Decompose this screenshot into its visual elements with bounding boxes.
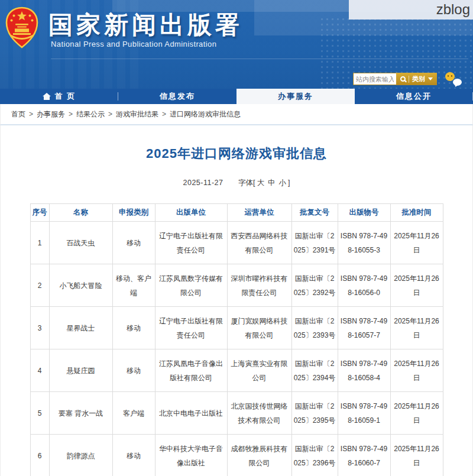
nav-item-home[interactable]: 首 页 bbox=[0, 89, 118, 104]
nav-item-information-release[interactable]: 信息发布 bbox=[118, 89, 237, 104]
font-size-large[interactable]: 大 bbox=[257, 179, 265, 187]
table-cell: 2 bbox=[30, 264, 49, 307]
table-cell: 2025年11月26日 bbox=[390, 435, 443, 476]
nav-label: 办事服务 bbox=[278, 91, 313, 102]
table-cell: 移动、客户端 bbox=[112, 264, 155, 307]
table-cell: ISBN 978-7-498-16059-1 bbox=[338, 392, 390, 435]
table-cell: 移动 bbox=[112, 435, 155, 476]
table-cell: 5 bbox=[30, 392, 49, 435]
table-cell: 辽宁电子出版社有限责任公司 bbox=[155, 222, 227, 264]
site-header: zblog 国家新闻出版署 National Press and Publica… bbox=[0, 0, 473, 89]
table-cell: 江苏凤凰电子音像出版社有限公司 bbox=[155, 349, 227, 392]
table-cell: 移动 bbox=[112, 349, 155, 392]
font-size-medium[interactable]: 中 bbox=[268, 179, 276, 187]
search-input[interactable] bbox=[353, 73, 396, 85]
table-cell: 2025年11月26日 bbox=[390, 307, 443, 349]
national-emblem-logo bbox=[5, 7, 38, 51]
chevron-down-icon[interactable] bbox=[428, 77, 433, 80]
table-row: 4悬疑庄园移动江苏凤凰电子音像出版社有限公司上海寅熹实业有限公司国新出审〔202… bbox=[30, 349, 443, 392]
table-cell: 深圳市曜祚科技有限责任公司 bbox=[227, 264, 291, 307]
approvals-table: 序号名称申报类别出版单位运营单位批复文号出版物号批准时间 1百战天虫移动辽宁电子… bbox=[30, 203, 443, 476]
divider bbox=[409, 76, 409, 83]
nav-label: 首 页 bbox=[55, 91, 76, 102]
table-cell: 华中科技大学电子音像出版社 bbox=[155, 435, 227, 476]
table-cell: 悬疑庄园 bbox=[49, 349, 112, 392]
table-cell: 1 bbox=[30, 222, 49, 264]
nav-label: 信息发布 bbox=[160, 91, 195, 102]
table-cell: 江苏凤凰数字传媒有限公司 bbox=[155, 264, 227, 307]
table-row: 5要塞 背水一战客户端北京中电电子出版社北京国技传世网络技术有限公司国新出审〔2… bbox=[30, 392, 443, 435]
table-cell: 百战天虫 bbox=[49, 222, 112, 264]
table-cell: 移动 bbox=[112, 307, 155, 349]
table-cell: 西安西品网络科技有限公司 bbox=[227, 222, 291, 264]
table-cell: ISBN 978-7-498-16058-4 bbox=[338, 349, 390, 392]
breadcrumb-separator: > bbox=[162, 110, 166, 118]
table-cell: 国新出审〔2025〕2393号 bbox=[291, 307, 338, 349]
table-cell: 国新出审〔2025〕2395号 bbox=[291, 392, 338, 435]
table-row: 6韵律源点移动华中科技大学电子音像出版社成都牧雅辰科技有限公司国新出审〔2025… bbox=[30, 435, 443, 476]
breadcrumb-services[interactable]: 办事服务 bbox=[37, 109, 65, 119]
column-header: 出版单位 bbox=[155, 204, 227, 222]
table-cell: 星界战士 bbox=[49, 307, 112, 349]
column-header: 批准时间 bbox=[390, 204, 443, 222]
column-header: 序号 bbox=[30, 204, 49, 222]
table-cell: 6 bbox=[30, 435, 49, 476]
table-cell: 国新出审〔2025〕2394号 bbox=[291, 349, 338, 392]
table-cell: 国新出审〔2025〕2396号 bbox=[291, 435, 338, 476]
table-cell: 2025年11月26日 bbox=[390, 349, 443, 392]
breadcrumb-separator: > bbox=[108, 110, 112, 118]
table-cell: 客户端 bbox=[112, 392, 155, 435]
search-button[interactable]: 类别 bbox=[396, 73, 437, 85]
table-cell: 国新出审〔2025〕2392号 bbox=[291, 264, 338, 307]
main-content: 2025年进口网络游戏审批信息 2025-11-27 字体[大中小] 序号名称申… bbox=[0, 125, 473, 476]
breadcrumb-game-approvals[interactable]: 游戏审批结果 bbox=[116, 109, 158, 119]
nav-item-information-disclosure[interactable]: 信息公开 bbox=[355, 89, 473, 104]
bracket: [ bbox=[253, 179, 255, 187]
breadcrumb-separator: > bbox=[29, 110, 33, 118]
table-cell: 韵律源点 bbox=[49, 435, 112, 476]
table-cell: 辽宁电子出版社有限责任公司 bbox=[155, 307, 227, 349]
article-meta: 2025-11-27 字体[大中小] bbox=[1, 178, 472, 188]
table-cell: 4 bbox=[30, 349, 49, 392]
table-row: 2小飞船大冒险移动、客户端江苏凤凰数字传媒有限公司深圳市曜祚科技有限责任公司国新… bbox=[30, 264, 443, 307]
table-cell: 小飞船大冒险 bbox=[49, 264, 112, 307]
table-cell: ISBN 978-7-498-16056-0 bbox=[338, 264, 390, 307]
watermark: zblog bbox=[349, 0, 473, 20]
bracket: ] bbox=[288, 179, 290, 187]
site-title: 国家新闻出版署 bbox=[48, 9, 243, 41]
table-cell: 成都牧雅辰科技有限公司 bbox=[227, 435, 291, 476]
table-row: 1百战天虫移动辽宁电子出版社有限责任公司西安西品网络科技有限公司国新出审〔202… bbox=[30, 222, 443, 264]
table-header-row: 序号名称申报类别出版单位运营单位批复文号出版物号批准时间 bbox=[30, 204, 443, 222]
table-cell: 要塞 背水一战 bbox=[49, 392, 112, 435]
breadcrumb-separator: > bbox=[69, 110, 73, 118]
table-cell: 3 bbox=[30, 307, 49, 349]
table-cell: 2025年11月26日 bbox=[390, 222, 443, 264]
breadcrumb-results[interactable]: 结果公示 bbox=[76, 109, 105, 119]
column-header: 运营单位 bbox=[227, 204, 291, 222]
site-subtitle: National Press and Publication Administr… bbox=[51, 40, 216, 48]
wechat-icon[interactable] bbox=[445, 72, 463, 86]
publish-date: 2025-11-27 bbox=[183, 179, 223, 187]
table-cell: 厦门宽娱网络科技有限公司 bbox=[227, 307, 291, 349]
column-header: 批复文号 bbox=[291, 204, 338, 222]
header-divider bbox=[51, 59, 468, 59]
search-icon[interactable] bbox=[400, 76, 406, 82]
breadcrumb: 首页 > 办事服务 > 结果公示 > 游戏审批结果 > 进口网络游戏审批信息 bbox=[0, 104, 473, 125]
wechat-bubble bbox=[453, 79, 462, 86]
table-cell: 上海寅熹实业有限公司 bbox=[227, 349, 291, 392]
page-title: 2025年进口网络游戏审批信息 bbox=[1, 125, 472, 163]
home-icon bbox=[43, 93, 51, 100]
category-dropdown[interactable]: 类别 bbox=[412, 75, 425, 83]
font-size-label: 字体 bbox=[238, 179, 253, 187]
table-cell: 国新出审〔2025〕2391号 bbox=[291, 222, 338, 264]
font-size-small[interactable]: 小 bbox=[279, 179, 287, 187]
search-bar: 类别 bbox=[353, 73, 463, 85]
table-cell: ISBN 978-7-498-16055-3 bbox=[338, 222, 390, 264]
table-cell: 2025年11月26日 bbox=[390, 392, 443, 435]
table-row: 3星界战士移动辽宁电子出版社有限责任公司厦门宽娱网络科技有限公司国新出审〔202… bbox=[30, 307, 443, 349]
nav-item-services[interactable]: 办事服务 bbox=[237, 89, 355, 104]
table-cell: 北京中电电子出版社 bbox=[155, 392, 227, 435]
column-header: 申报类别 bbox=[112, 204, 155, 222]
breadcrumb-home[interactable]: 首页 bbox=[11, 109, 25, 119]
table-cell: 2025年11月26日 bbox=[390, 264, 443, 307]
